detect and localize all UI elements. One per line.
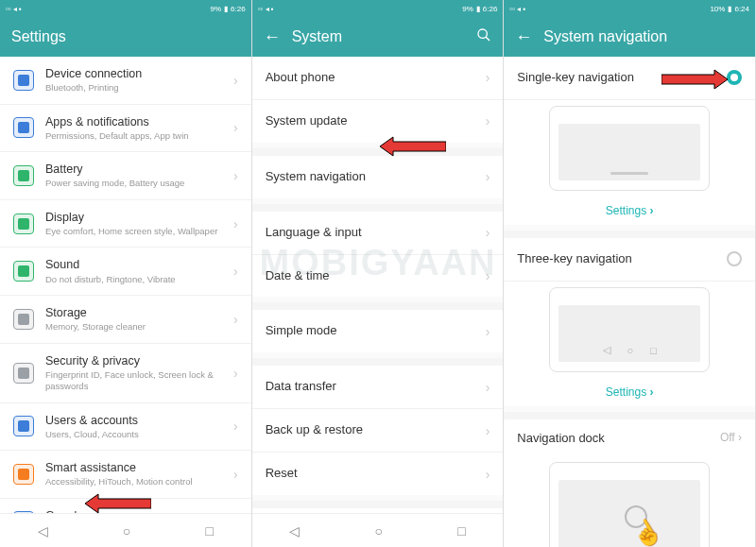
settings-item-title: Battery (45, 162, 222, 177)
svg-rect-3 (18, 218, 29, 230)
back-icon[interactable]: ← (264, 27, 281, 47)
svg-marker-15 (662, 70, 728, 89)
settings-item-sub: Permissions, Default apps, App twin (45, 130, 222, 142)
svg-rect-5 (18, 314, 29, 325)
chevron-right-icon: › (486, 225, 490, 240)
arrow-system-navigation (380, 135, 446, 158)
settings-item-icon (13, 165, 34, 186)
search-icon[interactable] (476, 27, 491, 46)
nav-back-icon[interactable]: ◁ (289, 523, 300, 538)
clock: 6:24 (734, 5, 749, 13)
settings-item-title: Users & accounts (45, 413, 222, 428)
settings-item[interactable]: BatteryPower saving mode, Battery usage … (0, 152, 251, 200)
single-key-preview (549, 106, 710, 191)
system-item[interactable]: Reset› (252, 453, 504, 495)
settings-item[interactable]: Device connectionBluetooth, Printing › (0, 57, 251, 105)
single-key-label: Single-key navigation (517, 70, 634, 86)
system-item-label: Language & input (266, 225, 362, 241)
nav-back-icon[interactable]: ◁ (38, 523, 48, 538)
nav-bar: ◁ ○ □ (0, 513, 251, 547)
settings-item-sub: Fingerprint ID, Face unlock, Screen lock… (45, 369, 222, 393)
signal-icon: ▫▫ ◂ ▪ (509, 5, 525, 13)
settings-item[interactable]: DisplayEye comfort, Home screen style, W… (0, 200, 251, 248)
battery-pct: 9% (462, 5, 473, 13)
back-icon[interactable]: ← (515, 27, 532, 47)
system-item[interactable]: About phone› (252, 57, 504, 100)
system-item-label: System navigation (266, 169, 366, 185)
settings-item-sub: Eye comfort, Home screen style, Wallpape… (45, 226, 222, 237)
settings-item-title: Security & privacy (45, 353, 222, 368)
nav-home-icon[interactable]: ○ (375, 523, 383, 538)
system-item[interactable]: Back up & restore› (252, 409, 504, 453)
svg-point-11 (478, 29, 487, 38)
system-item-label: Data transfer (266, 379, 336, 395)
settings-item-icon (13, 416, 34, 436)
svg-rect-2 (18, 170, 29, 181)
chevron-right-icon: › (233, 419, 238, 434)
system-item[interactable]: Date & time› (252, 255, 504, 298)
status-bar: ▫▫ ◂ ▪ 9%▮6:26 (252, 0, 504, 17)
settings-item-icon (13, 261, 34, 282)
mock-home-icon: ○ (627, 345, 634, 356)
svg-rect-0 (18, 75, 29, 86)
system-item[interactable]: System update› (252, 100, 504, 143)
three-key-radio[interactable] (727, 251, 742, 266)
page-title: System navigation (543, 28, 667, 45)
settings-item-icon (13, 511, 34, 513)
settings-panel: ▫▫ ◂ ▪ 9%▮6:26 Settings Device connectio… (0, 0, 252, 547)
settings-item[interactable]: Apps & notificationsPermissions, Default… (0, 105, 251, 153)
nav-dock-row[interactable]: Navigation dock Off › (504, 419, 755, 456)
system-item[interactable]: Language & input› (252, 212, 504, 255)
system-item[interactable]: System navigation› (252, 156, 504, 198)
settings-item[interactable]: Users & accountsUsers, Cloud, Accounts › (0, 403, 251, 452)
chevron-right-icon: › (486, 423, 490, 438)
chevron-right-icon: › (486, 324, 490, 339)
battery-icon: ▮ (728, 5, 731, 13)
battery-pct: 9% (211, 5, 222, 13)
chevron-right-icon: › (233, 168, 238, 183)
three-key-nav-row[interactable]: Three-key navigation (504, 238, 755, 282)
settings-item-sub: Users, Cloud, Accounts (45, 429, 222, 440)
settings-item-icon (13, 363, 34, 384)
nav-recent-icon[interactable]: □ (457, 523, 465, 538)
settings-item-sub: Do not disturb, Ringtone, Vibrate (45, 274, 222, 285)
system-item-label: About phone (266, 70, 335, 86)
single-key-radio[interactable] (727, 70, 742, 85)
system-item-label: Date & time (266, 268, 330, 284)
single-key-settings-link[interactable]: Settings (504, 197, 755, 225)
chevron-right-icon: › (486, 268, 490, 283)
arrow-system (85, 492, 151, 515)
settings-item-title: Device connection (45, 66, 222, 81)
chevron-right-icon: › (233, 120, 238, 135)
nav-home-icon[interactable]: ○ (123, 523, 130, 538)
chevron-right-icon: › (233, 73, 238, 88)
settings-item-title: Apps & notifications (45, 114, 222, 129)
chevron-right-icon: › (486, 169, 490, 184)
settings-item[interactable]: StorageMemory, Storage cleaner › (0, 296, 251, 344)
nav-dock-status: Off › (720, 431, 742, 444)
settings-item[interactable]: Security & privacyFingerprint ID, Face u… (0, 344, 251, 403)
settings-item-sub: Power saving mode, Battery usage (45, 178, 222, 189)
svg-rect-1 (18, 122, 29, 133)
svg-rect-7 (18, 420, 29, 432)
three-key-settings-link[interactable]: Settings (504, 378, 755, 406)
page-title: System (292, 28, 342, 45)
chevron-right-icon: › (486, 70, 490, 85)
status-bar: ▫▫ ◂ ▪ 10%▮6:24 (504, 0, 755, 17)
header: ← System navigation (504, 17, 755, 57)
clock: 6:26 (231, 5, 246, 13)
system-item[interactable]: Simple mode› (252, 310, 504, 352)
system-item-label: System update (266, 113, 348, 129)
system-item-label: Back up & restore (266, 422, 363, 438)
settings-item-sub: Memory, Storage cleaner (45, 321, 222, 333)
svg-line-12 (486, 37, 490, 41)
chevron-right-icon: › (486, 113, 490, 128)
system-item[interactable]: Data transfer› (252, 366, 504, 409)
nav-recent-icon[interactable]: □ (206, 523, 214, 538)
mock-recent-icon: □ (650, 345, 657, 356)
settings-item-title: Storage (45, 305, 222, 320)
settings-item[interactable]: SoundDo not disturb, Ringtone, Vibrate › (0, 248, 251, 296)
three-key-label: Three-key navigation (517, 251, 631, 267)
settings-item-icon (13, 117, 34, 138)
touch-hand-icon: ☝ (606, 496, 653, 543)
